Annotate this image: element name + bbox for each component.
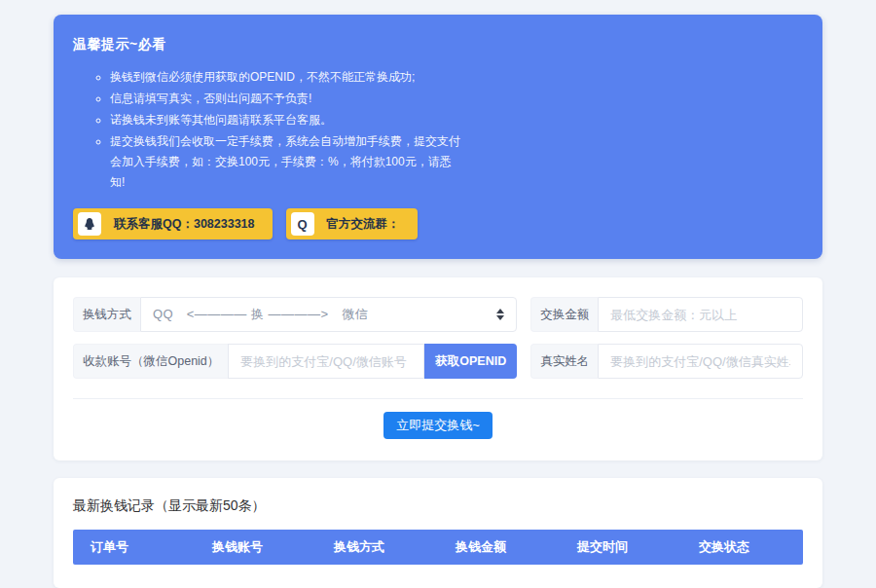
page: 温馨提示~必看 换钱到微信必须使用获取的OPENID，不然不能正常换成功; 信息… <box>0 0 876 588</box>
form-divider <box>73 398 803 399</box>
notice-banner: 温馨提示~必看 换钱到微信必须使用获取的OPENID，不然不能正常换成功; 信息… <box>54 15 822 259</box>
exchange-method-label: 换钱方式 <box>73 297 140 332</box>
q-letter-icon: Q <box>291 212 314 236</box>
records-card: 最新换钱记录（显示最新50条） 订单号 换钱账号 换钱方式 换钱金额 提交时间 … <box>54 478 822 588</box>
records-table-header: 订单号 换钱账号 换钱方式 换钱金额 提交时间 交换状态 <box>73 530 803 565</box>
notice-item: 换钱到微信必须使用获取的OPENID，不然不能正常换成功; <box>110 67 462 88</box>
column-header-account: 换钱账号 <box>195 538 316 556</box>
notice-item: 诺换钱未到账等其他问题请联系平台客服。 <box>110 110 462 130</box>
column-header-method: 换钱方式 <box>316 538 438 556</box>
exchange-amount-input[interactable] <box>598 297 803 332</box>
contact-qq-label: 联系客服QQ：308233318 <box>114 216 255 233</box>
column-header-order-id: 订单号 <box>73 538 195 556</box>
contact-button-row: 联系客服QQ：308233318 Q 官方交流群： <box>73 208 803 239</box>
submit-row: 立即提交换钱~ <box>73 412 803 439</box>
select-updown-arrows-icon <box>496 309 504 320</box>
exchange-amount-row: 交换金额 <box>530 297 803 332</box>
contact-qq-button[interactable]: 联系客服QQ：308233318 <box>73 208 273 239</box>
exchange-form-card: 换钱方式 QQ <———— 换 ————> 微信 交换金额 收款账号（微信Ope… <box>54 277 822 460</box>
notice-list: 换钱到微信必须使用获取的OPENID，不然不能正常换成功; 信息请填写真实，否则… <box>73 67 462 193</box>
exchange-amount-label: 交换金额 <box>530 297 598 332</box>
official-group-label: 官方交流群： <box>327 216 400 233</box>
column-header-amount: 换钱金额 <box>438 538 560 556</box>
official-group-button[interactable]: Q 官方交流群： <box>286 208 418 239</box>
submit-exchange-button[interactable]: 立即提交换钱~ <box>383 412 493 439</box>
get-openid-button[interactable]: 获取OPENID <box>424 344 517 379</box>
exchange-method-value: QQ <———— 换 ————> 微信 <box>153 306 496 323</box>
receive-account-label: 收款账号（微信Openid） <box>73 344 228 379</box>
notice-title: 温馨提示~必看 <box>73 36 803 54</box>
exchange-method-select[interactable]: QQ <———— 换 ————> 微信 <box>140 297 517 332</box>
records-title: 最新换钱记录（显示最新50条） <box>73 497 803 515</box>
receive-account-row: 收款账号（微信Openid） 获取OPENID <box>73 344 517 379</box>
receive-account-input[interactable] <box>228 344 424 379</box>
real-name-label: 真实姓名 <box>530 344 598 379</box>
column-header-submit-time: 提交时间 <box>560 538 681 556</box>
exchange-method-row: 换钱方式 QQ <———— 换 ————> 微信 <box>73 297 517 332</box>
notice-item: 信息请填写真实，否则出问题不予负责! <box>110 89 462 109</box>
column-header-status: 交换状态 <box>681 538 803 556</box>
notice-item: 提交换钱我们会收取一定手续费，系统会自动增加手续费，提交支付会加入手续费，如：交… <box>110 131 462 193</box>
real-name-row: 真实姓名 <box>530 344 803 379</box>
form-grid: 换钱方式 QQ <———— 换 ————> 微信 交换金额 收款账号（微信Ope… <box>73 297 803 379</box>
real-name-input[interactable] <box>598 344 803 379</box>
qq-penguin-icon <box>78 212 101 236</box>
